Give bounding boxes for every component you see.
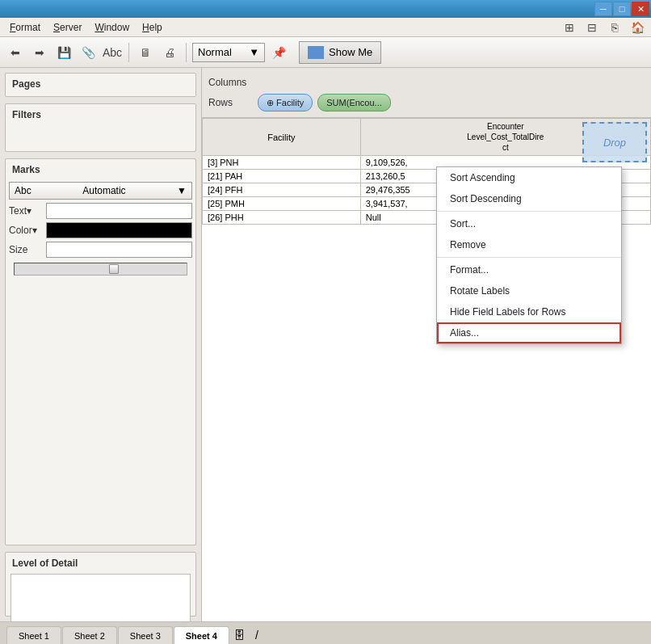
size-slider-container [9, 261, 192, 277]
shelves: Columns Rows ⊕ Facility SUM(Encou... [202, 68, 651, 118]
columns-shelf: Columns [208, 74, 645, 91]
cell-facility-4: [25] PMH [203, 197, 361, 211]
sort-asc-item[interactable]: Sort Ascending [437, 167, 621, 188]
facility-pill-label: ⊕ Facility [267, 98, 304, 108]
marks-text-row: Text▾ [9, 203, 192, 219]
sort-desc-item[interactable]: Sort Descending [437, 188, 621, 209]
marks-title: Marks [9, 162, 192, 179]
context-menu: Sort Ascending Sort Descending Sort... R… [436, 166, 622, 344]
close-button[interactable]: ✕ [632, 2, 649, 16]
marks-color-label[interactable]: Color▾ [9, 225, 41, 236]
forward-icon[interactable]: ➡ [29, 42, 50, 63]
filters-section: Filters [5, 103, 196, 152]
marks-type-icon: Abc [15, 185, 32, 196]
paperclip-icon[interactable]: 📎 [78, 42, 99, 63]
right-panel: Columns Rows ⊕ Facility SUM(Encou... Fac… [202, 68, 651, 621]
marks-size-box[interactable] [46, 242, 192, 258]
tab-sheet1[interactable]: Sheet 1 [6, 626, 61, 644]
marks-color-row: Color▾ [9, 222, 192, 238]
print-icon[interactable]: 🖨 [159, 42, 180, 63]
lod-box[interactable] [10, 574, 191, 622]
separator-1 [128, 43, 129, 62]
show-me-label: Show Me [329, 46, 372, 58]
remove-item[interactable]: Remove [437, 234, 621, 255]
copy-icon[interactable]: ⎘ [604, 17, 625, 38]
home-icon[interactable]: 🏠 [627, 17, 648, 38]
rotate-item[interactable]: Rotate Labels [437, 280, 621, 301]
marks-size-row: Size [9, 242, 192, 258]
menu-format[interactable]: Format [3, 19, 47, 36]
maximize-button[interactable]: □ [613, 2, 631, 16]
pages-section: Pages [5, 73, 196, 97]
columns-label: Columns [208, 77, 253, 88]
menu-server[interactable]: Server [47, 19, 88, 36]
marks-type-dropdown[interactable]: Abc Automatic ▼ [9, 182, 192, 200]
size-slider-thumb[interactable] [109, 264, 119, 274]
save-icon[interactable]: 💾 [53, 42, 74, 63]
tab-bar: Sheet 1 Sheet 2 Sheet 3 Sheet 4 🗄 / [0, 621, 651, 644]
screen-icon[interactable]: 🖥 [135, 42, 156, 63]
main-layout: Pages Filters Marks Abc Automatic ▼ Text… [0, 68, 651, 621]
show-me-button[interactable]: Show Me [299, 41, 381, 64]
drop-zone-label: Drop [603, 137, 626, 149]
divider-2 [437, 257, 621, 258]
divider-1 [437, 211, 621, 212]
sum-pill[interactable]: SUM(Encou... [317, 94, 390, 112]
dropdown-arrow-icon: ▼ [249, 46, 259, 58]
tab-add-button[interactable]: 🗄 [230, 626, 248, 644]
marks-type-label: Automatic [82, 185, 125, 196]
menu-help[interactable]: Help [136, 19, 169, 36]
marks-text-label[interactable]: Text▾ [9, 205, 41, 217]
rows-shelf: Rows ⊕ Facility SUM(Encou... [208, 94, 645, 112]
col-facility-header: Facility [203, 119, 361, 156]
cell-facility-2: [21] PAH [203, 170, 361, 183]
tab-sheet4[interactable]: Sheet 4 [174, 626, 229, 644]
hide-labels-item[interactable]: Hide Field Labels for Rows [437, 301, 621, 322]
tab-sheet3[interactable]: Sheet 3 [118, 626, 173, 644]
minimize-button[interactable]: ─ [594, 2, 612, 16]
data-area: Facility EncounterLevel_Cost_TotalDirect… [202, 118, 651, 621]
marks-text-box[interactable] [46, 203, 192, 219]
cell-facility-5: [26] PHH [203, 211, 361, 225]
menu-window[interactable]: Window [88, 19, 136, 36]
drop-zone[interactable]: Drop [582, 122, 647, 162]
toolbar: ⬅ ➡ 💾 📎 Abc 🖥 🖨 Normal ▼ 📌 Show Me [0, 37, 651, 68]
pages-title: Pages [9, 77, 192, 93]
grid2-icon[interactable]: ⊟ [582, 17, 603, 38]
marks-dropdown-arrow: ▼ [177, 185, 187, 196]
filters-title: Filters [9, 107, 192, 124]
view-dropdown[interactable]: Normal ▼ [192, 43, 265, 62]
tab-nav-button[interactable]: / [248, 626, 266, 644]
alias-item[interactable]: Alias... [437, 322, 621, 343]
menu-bar: Format Server Window Help ⊞ ⊟ ⎘ 🏠 [0, 18, 651, 37]
separator-2 [186, 43, 187, 62]
marks-size-label: Size [9, 244, 41, 255]
cell-facility-3: [24] PFH [203, 183, 361, 197]
rows-label: Rows [208, 97, 253, 108]
tab-sheet2[interactable]: Sheet 2 [62, 626, 117, 644]
marks-section: Marks Abc Automatic ▼ Text▾ Color▾ Size [5, 158, 196, 545]
sum-pill-label: SUM(Encou... [326, 98, 381, 107]
abc-icon[interactable]: Abc [102, 42, 123, 63]
back-icon[interactable]: ⬅ [5, 42, 26, 63]
facility-pill[interactable]: ⊕ Facility [258, 94, 313, 112]
sort-item[interactable]: Sort... [437, 213, 621, 234]
grid-icon[interactable]: ⊞ [559, 17, 580, 38]
cell-facility-1: [3] PNH [203, 156, 361, 170]
marks-color-box[interactable] [46, 222, 192, 238]
chart-icon [308, 46, 324, 59]
pin-icon[interactable]: 📌 [268, 42, 289, 63]
lod-title: Level of Detail [9, 556, 192, 572]
left-panel: Pages Filters Marks Abc Automatic ▼ Text… [0, 68, 202, 621]
lod-section: Level of Detail [5, 552, 196, 617]
format-item[interactable]: Format... [437, 259, 621, 280]
view-dropdown-label: Normal [198, 46, 232, 58]
title-bar: ─ □ ✕ [0, 0, 651, 18]
